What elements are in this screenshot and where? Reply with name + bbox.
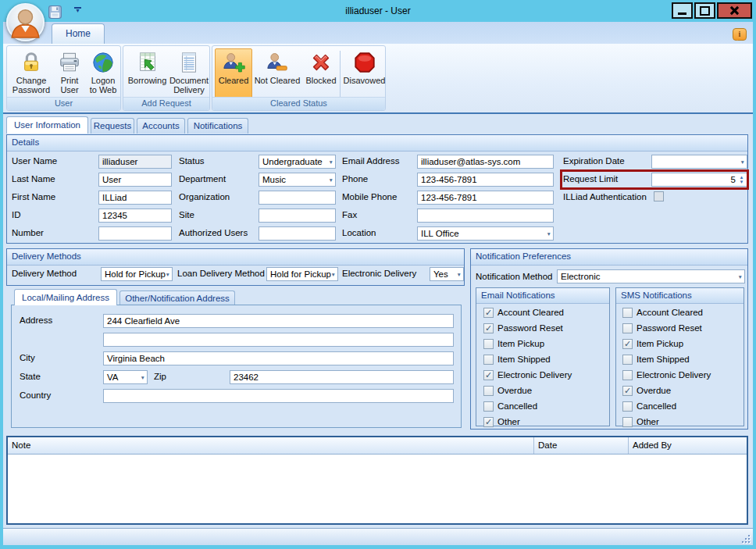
address-line1-field[interactable]: 244 Clearfield Ave [103,314,454,328]
borrowing-button[interactable]: Borrowing [125,48,169,98]
resize-grip[interactable] [740,533,750,543]
email-cancelled-checkbox[interactable] [483,401,494,412]
illiad-auth-checkbox[interactable] [654,191,664,201]
blocked-button[interactable]: Blocked [302,48,340,98]
tab-notifications[interactable]: Notifications [187,118,248,134]
borrowing-icon [136,51,159,74]
checkbox-label: Password Reset [637,323,702,333]
electronic-delivery-combobox[interactable]: Yes▼ [430,267,464,281]
ribbon-tab-home[interactable]: Home [52,23,105,44]
first-name-field[interactable]: ILLiad [98,191,172,205]
sms-password-reset-checkbox[interactable] [622,323,633,333]
cleared-button[interactable]: Cleared [215,48,252,98]
authorized-users-field[interactable] [259,226,336,241]
status-combobox[interactable]: Undergraduate▼ [259,155,336,169]
sms-account-cleared-checkbox[interactable] [622,308,633,318]
change-password-button[interactable]: Change Password [9,48,53,98]
chevron-down-icon: ▾ [74,8,81,14]
app-window: illiaduser - User ▾ Home i [0,0,756,549]
email-notifications-groupbox: Email Notifications ✓ Account Cleared ✓ … [476,287,610,426]
user-cleared-icon [222,51,245,74]
address-line2-field[interactable] [103,333,454,347]
column-header-note[interactable]: Note [8,437,534,454]
email-password-reset-checkbox[interactable]: ✓ [483,323,494,333]
country-field[interactable] [103,389,454,403]
sms-electronic-delivery-checkbox[interactable] [622,370,633,380]
email-item-shipped-checkbox[interactable] [483,355,494,365]
last-name-field[interactable]: User [98,173,172,187]
quick-access-menu-button[interactable]: ▾ [74,7,81,14]
button-label: Blocked [305,76,336,85]
phone-field[interactable]: 123-456-7891 [417,173,554,187]
column-header-added-by[interactable]: Added By [629,437,747,454]
authorized-users-label: Authorized Users [179,228,248,237]
save-button[interactable] [48,5,62,20]
help-icon[interactable]: i [733,28,747,41]
maximize-button[interactable] [694,2,715,19]
loan-delivery-method-combobox[interactable]: Hold for Pickup▼ [266,267,338,281]
department-label: Department [179,174,226,184]
notification-preferences-header: Notification Preferences [471,249,747,266]
email-other-checkbox[interactable]: ✓ [483,417,494,427]
id-field[interactable]: 12345 [98,209,172,223]
spinner-control[interactable]: ▲▼ [738,175,745,184]
delivery-method-combobox[interactable]: Hold for Pickup▼ [101,267,173,281]
disavowed-button[interactable]: Disavowed [342,48,387,98]
organization-field[interactable] [259,191,336,205]
save-icon [48,5,62,20]
logon-to-web-button[interactable]: Logon to Web [86,48,120,98]
loan-delivery-method-label: Loan Delivery Method [177,269,265,278]
chevron-down-icon: ▼ [329,177,333,183]
notification-method-combobox[interactable]: Electronic▼ [557,269,745,283]
chevron-down-icon: ▼ [141,375,145,380]
not-cleared-button[interactable]: Not Cleared [252,48,302,98]
sms-other-checkbox[interactable] [622,417,633,427]
location-combobox[interactable]: ILL Office▼ [417,226,554,241]
checkbox-label: Electronic Delivery [637,370,711,380]
minimize-button[interactable] [672,2,693,19]
document-delivery-button[interactable]: Document Delivery [168,48,210,98]
tab-accounts[interactable]: Accounts [137,118,185,134]
chevron-down-icon: ▼ [331,272,336,277]
combo-value: Music [262,175,286,184]
checkbox-label: Item Pickup [637,339,683,348]
sms-item-shipped-checkbox[interactable] [622,355,633,365]
email-overdue-checkbox[interactable] [483,386,494,396]
sms-overdue-checkbox[interactable]: ✓ [622,386,633,396]
sms-notifications-groupbox: SMS Notifications Account Cleared Passwo… [615,287,744,426]
email-account-cleared-checkbox[interactable]: ✓ [483,308,494,318]
details-groupbox: Details User Name illiaduser Status Unde… [6,134,748,244]
checkbox-label: Account Cleared [637,308,703,317]
sms-item-pickup-checkbox[interactable]: ✓ [622,339,633,349]
tab-user-information[interactable]: User Information [6,116,88,134]
zip-field[interactable]: 23462 [230,370,454,384]
application-menu-button[interactable] [6,3,45,41]
city-label: City [20,353,35,362]
user-name-field[interactable]: illiaduser [98,155,172,169]
department-combobox[interactable]: Music▼ [259,173,336,187]
user-avatar-icon [8,5,43,40]
button-label: Disavowed [344,76,386,85]
close-button[interactable] [717,2,752,19]
state-combobox[interactable]: VA▼ [103,370,148,384]
chevron-down-icon: ▼ [329,159,333,165]
tab-other-notification-address[interactable]: Other/Notification Address [119,291,235,305]
email-item-pickup-checkbox[interactable] [483,339,494,349]
tab-local-mailing-address[interactable]: Local/Mailing Address [14,289,117,305]
button-label: Logon to Web [87,76,119,94]
print-user-button[interactable]: Print User [53,48,86,98]
site-field[interactable] [259,209,336,223]
mobile-phone-field[interactable]: 123-456-7891 [417,191,554,205]
number-field[interactable] [98,226,172,241]
tab-requests[interactable]: Requests [91,118,134,134]
email-field[interactable]: illiaduser@atlas-sys.com [417,155,554,169]
checkbox-label: Cancelled [637,401,676,411]
sms-cancelled-checkbox[interactable] [622,401,633,412]
column-header-date[interactable]: Date [534,437,629,454]
ribbon-group-label: Add Request [123,97,209,110]
request-limit-field[interactable]: 5 ▲▼ [651,173,747,187]
expiration-date-combobox[interactable]: ▼ [651,155,747,169]
fax-field[interactable] [417,209,554,223]
email-electronic-delivery-checkbox[interactable]: ✓ [483,370,494,380]
city-field[interactable]: Virginia Beach [103,351,454,365]
